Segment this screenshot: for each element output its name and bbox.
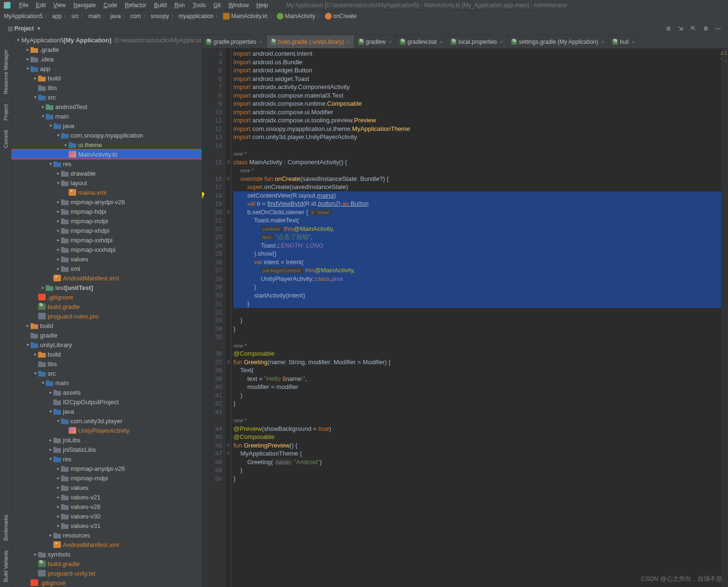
tree-item[interactable]: .gitignore (11, 292, 202, 302)
breadcrumb-item[interactable]: MainActivity (285, 13, 315, 20)
tree-item[interactable]: build.gradle (11, 559, 202, 568)
tree-item[interactable]: main (11, 378, 202, 388)
tree-item[interactable]: drawable (11, 169, 202, 178)
rail-build-variants[interactable]: Build Variants (2, 546, 10, 587)
tree-item[interactable]: mipmap-xxhdpi (11, 235, 202, 245)
close-icon[interactable]: × (601, 39, 604, 45)
tree-item[interactable]: Il2CppOutputProject (11, 397, 202, 407)
tree-item[interactable]: libs (11, 359, 202, 368)
tree-item[interactable]: mipmap-anydpi-v26 (11, 464, 202, 473)
tree-item[interactable]: mipmap-mdpi (11, 216, 202, 226)
editor-tab[interactable]: gradlew× (354, 35, 396, 48)
tree-item[interactable]: src (11, 368, 202, 378)
close-icon[interactable]: × (389, 39, 392, 45)
tree-item[interactable]: resources (11, 530, 202, 540)
tree-item[interactable]: gradle (11, 330, 202, 340)
tree-item[interactable]: UnityPlayerActivity (11, 426, 202, 435)
rail-bookmarks[interactable]: Bookmarks (2, 510, 10, 546)
settings-icon[interactable]: ⚙ (700, 23, 711, 34)
tree-item[interactable]: AndroidManifest.xml (11, 273, 202, 283)
tree-item[interactable]: .gradle (11, 45, 202, 54)
menu-code[interactable]: Code (100, 2, 121, 9)
menu-view[interactable]: View (50, 2, 70, 9)
tree-item[interactable]: .idea (11, 54, 202, 64)
tree-item[interactable]: test [unitTest] (11, 283, 202, 292)
editor-tab[interactable]: local.properties× (447, 35, 507, 48)
project-selector[interactable]: ▤ Project▼ (4, 24, 45, 33)
tree-item[interactable]: symbols (11, 549, 202, 559)
tree-item[interactable]: mipmap-xxxhdpi (11, 245, 202, 254)
editor-tab[interactable]: build.gradle (:unityLibrary)× (267, 35, 354, 48)
breadcrumb-item[interactable]: onCreate (333, 13, 356, 20)
tree-item[interactable]: mipmap-mdpi (11, 473, 202, 483)
tree-item[interactable]: mipmap-hdpi (11, 207, 202, 216)
fold-column[interactable]: ⊟⊟⊟⊟⊟⊟ (226, 49, 232, 587)
menu-help[interactable]: Help (253, 2, 272, 9)
tree-item[interactable]: jniLibs (11, 435, 202, 445)
expand-all-icon[interactable]: ⇲ (676, 23, 686, 34)
tree-item[interactable]: ui.theme (11, 140, 202, 149)
tree-item[interactable]: assets (11, 388, 202, 397)
tree-item[interactable]: values-v30 (11, 511, 202, 521)
tree-item[interactable]: main (11, 111, 202, 121)
tree-item[interactable]: build (11, 321, 202, 330)
nav-up-down-icon[interactable]: ⌃⌄ (719, 57, 727, 62)
tree-item[interactable]: app (11, 64, 202, 73)
code-content[interactable]: import android.content.Intentimport andr… (232, 49, 728, 587)
tree-item[interactable]: mipmap-anydpi-v26 (11, 197, 202, 207)
tree-item[interactable]: AndroidManifest.xml (11, 540, 202, 549)
tree-item[interactable]: com.unity3d.player (11, 416, 202, 426)
tree-item[interactable]: com.snoopy.myapplication (11, 130, 202, 140)
tree-item[interactable]: MyApplication5 [My Application]D:\testan… (11, 35, 202, 45)
tree-item[interactable]: res (11, 454, 202, 464)
menu-git[interactable]: Git (210, 2, 224, 9)
tree-item[interactable]: values-v21 (11, 492, 202, 502)
tree-item[interactable]: build.gradle (11, 302, 202, 311)
editor-tab[interactable]: settings.gradle (My Application)× (507, 35, 608, 48)
menu-edit[interactable]: Edit (32, 2, 50, 9)
project-tree[interactable]: MyApplication5 [My Application]D:\testan… (11, 35, 202, 587)
tree-item[interactable]: .gitignore (11, 578, 202, 587)
menu-navigate[interactable]: Navigate (70, 2, 100, 9)
breadcrumb-item[interactable]: com (130, 13, 141, 20)
breadcrumb-item[interactable]: myapplication (179, 13, 213, 20)
warning-icon[interactable]: ⚠1 (720, 50, 727, 56)
tree-item[interactable]: layout (11, 178, 202, 188)
menu-build[interactable]: Build (150, 2, 171, 9)
close-icon[interactable]: × (632, 39, 635, 45)
tree-item[interactable]: proguard-unity.txt (11, 568, 202, 578)
editor-tab[interactable]: gradle.properties× (202, 35, 267, 48)
tree-item[interactable]: res (11, 159, 202, 169)
hide-icon[interactable]: — (713, 23, 723, 34)
tree-item[interactable]: xml (11, 264, 202, 273)
editor-tab[interactable]: buil× (608, 35, 639, 48)
tree-item[interactable]: build (11, 349, 202, 359)
tree-item[interactable]: java (11, 121, 202, 130)
breadcrumb-item[interactable]: snoopy (151, 13, 169, 20)
select-opened-file-icon[interactable]: ⊚ (663, 23, 674, 34)
editor-tab[interactable]: gradlew.bat× (396, 35, 447, 48)
rail-project[interactable]: Project (2, 99, 10, 125)
tree-item[interactable]: proguard-rules.pro (11, 311, 202, 321)
breadcrumb-item[interactable]: java (110, 13, 121, 20)
close-icon[interactable]: × (259, 39, 262, 45)
error-stripe[interactable]: ⚠1 ⌃⌄ (721, 49, 728, 587)
close-icon[interactable]: × (500, 39, 503, 45)
breadcrumb-item[interactable]: main (88, 13, 101, 20)
menu-tools[interactable]: Tools (189, 2, 210, 9)
tree-item[interactable]: src (11, 92, 202, 102)
tree-item[interactable]: values (11, 483, 202, 492)
breadcrumb-item[interactable]: MainActivity.kt (231, 13, 267, 20)
tree-item[interactable]: MainActivity.kt (11, 149, 202, 159)
menu-refactor[interactable]: Refactor (121, 2, 150, 9)
menu-file[interactable]: File (15, 2, 32, 9)
menu-run[interactable]: Run (171, 2, 189, 9)
rail-resource-manager[interactable]: Resource Manager (2, 45, 10, 99)
tree-item[interactable]: maina.xml (11, 188, 202, 197)
rail-commit[interactable]: Commit (2, 125, 10, 153)
tree-item[interactable]: libs (11, 83, 202, 92)
tree-item[interactable]: values-v31 (11, 521, 202, 530)
close-icon[interactable]: × (347, 39, 350, 45)
tree-item[interactable]: androidTest (11, 102, 202, 111)
tree-item[interactable]: mipmap-xhdpi (11, 226, 202, 235)
